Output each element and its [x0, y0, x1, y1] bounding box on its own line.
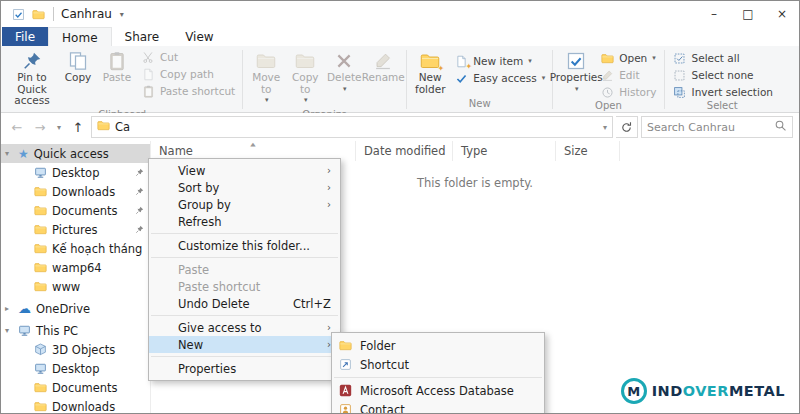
menu-item-paste-shortcut[interactable]: Paste shortcut — [149, 278, 340, 295]
menu-item-new[interactable]: New › — [149, 336, 340, 353]
menu-item-sort-by[interactable]: Sort by › — [149, 179, 340, 196]
submenu-item-contact[interactable]: Contact — [332, 400, 544, 414]
sidebar-item-label: wamp64 — [52, 261, 102, 275]
refresh-button[interactable] — [616, 116, 638, 138]
paste-button[interactable]: Paste — [98, 49, 136, 86]
column-header-size[interactable]: Size — [556, 141, 620, 161]
menu-item-properties[interactable]: Properties — [149, 360, 340, 377]
chevron-down-icon[interactable]: ▾ — [5, 149, 9, 158]
sidebar-item-this-pc[interactable]: ▾ This PC — [1, 321, 150, 340]
select-none-icon — [672, 68, 688, 82]
column-header-date-modified[interactable]: Date modified — [356, 141, 453, 161]
recent-locations-chevron-icon[interactable]: ▾ — [53, 117, 65, 137]
close-button[interactable]: × — [765, 1, 799, 27]
tab-file[interactable]: File — [2, 27, 48, 46]
submenu-item-folder[interactable]: Folder — [332, 336, 544, 355]
sidebar-item-ke-hoach-thang[interactable]: Kế hoạch tháng — [1, 239, 150, 258]
tab-share[interactable]: Share — [112, 27, 173, 46]
copy-to-button[interactable]: Copy to ▾ — [286, 49, 324, 109]
new-group-label: New — [411, 98, 548, 112]
minimize-button[interactable]: – — [697, 1, 731, 27]
search-input[interactable] — [647, 121, 770, 134]
sidebar-item-downloads[interactable]: Downloads — [1, 182, 150, 201]
cut-button[interactable]: Cut — [137, 49, 238, 65]
history-button[interactable]: History — [596, 84, 659, 100]
column-label: Size — [564, 144, 588, 158]
properties-button[interactable]: Properties ▾ — [557, 49, 595, 97]
menu-item-refresh[interactable]: Refresh — [149, 213, 340, 230]
up-button[interactable]: ↑ — [68, 117, 88, 137]
new-folder-label: New folder — [412, 72, 448, 95]
breadcrumb[interactable]: Ca — [115, 120, 130, 134]
submenu-item-microsoft-access-database[interactable]: Microsoft Access Database — [332, 381, 544, 400]
qat-new-folder-icon[interactable] — [29, 6, 47, 22]
menu-item-label: New — [178, 338, 203, 352]
edit-icon — [599, 68, 615, 82]
submenu-item-shortcut[interactable]: Shortcut — [332, 355, 544, 374]
menu-item-undo-delete[interactable]: Undo Delete Ctrl+Z — [149, 295, 340, 312]
back-button[interactable]: ← — [7, 117, 27, 137]
menu-item-group-by[interactable]: Group by › — [149, 196, 340, 213]
paste-shortcut-button[interactable]: Paste shortcut — [137, 83, 238, 99]
select-all-button[interactable]: Select all — [669, 50, 776, 66]
sidebar-item-wamp64[interactable]: wamp64 — [1, 258, 150, 277]
menu-item-view[interactable]: View › — [149, 162, 340, 179]
ribbon-divider — [406, 50, 407, 109]
ribbon-tabs: File Home Share View — [1, 27, 799, 46]
sidebar-item-label: Documents — [52, 204, 118, 218]
sort-ascending-icon[interactable]: ▲ — [250, 142, 255, 148]
open-dropdown-icon: ▾ — [652, 54, 656, 62]
rename-icon — [372, 51, 394, 71]
chevron-right-icon[interactable]: ▸ — [5, 304, 9, 313]
new-folder-button[interactable]: ✦ New folder — [411, 49, 449, 97]
open-button[interactable]: Open ▾ — [596, 50, 659, 66]
qat-customize-chevron-icon[interactable]: ▾ — [120, 10, 124, 19]
menu-item-customize-this-folder[interactable]: Customize this folder... — [149, 237, 340, 254]
delete-button[interactable]: Delete ▾ — [325, 49, 363, 97]
sidebar-item-desktop[interactable]: Desktop — [1, 163, 150, 182]
sidebar-item-3d-objects[interactable]: 3D Objects — [1, 340, 150, 359]
invert-selection-button[interactable]: Invert selection — [669, 84, 776, 100]
copy-path-icon — [140, 67, 156, 81]
address-breadcrumb-box[interactable]: Ca ▾ — [91, 116, 613, 138]
move-to-button[interactable]: Move to ▾ — [247, 49, 285, 109]
submenu-item-label: Microsoft Access Database — [360, 384, 514, 398]
sidebar-item-downloads-pc[interactable]: Downloads — [1, 397, 150, 413]
copy-path-button[interactable]: Copy path — [137, 66, 238, 82]
sidebar-item-documents-pc[interactable]: Documents — [1, 378, 150, 397]
sidebar-item-desktop-pc[interactable]: Desktop — [1, 359, 150, 378]
tab-view[interactable]: View — [172, 27, 226, 46]
submenu-arrow-icon: › — [327, 199, 331, 210]
select-none-button[interactable]: Select none — [669, 67, 776, 83]
easy-access-label: Easy access — [473, 72, 536, 84]
menu-item-paste[interactable]: Paste — [149, 261, 340, 278]
sidebar-item-www[interactable]: www — [1, 277, 150, 296]
delete-dropdown-icon: ▾ — [343, 84, 347, 96]
column-header-type[interactable]: Type — [453, 141, 556, 161]
tab-home[interactable]: Home — [48, 27, 111, 46]
maximize-button[interactable]: □ — [731, 1, 765, 27]
sidebar-item-pictures[interactable]: Pictures — [1, 220, 150, 239]
sidebar-item-label: Pictures — [52, 223, 98, 237]
new-submenu: Folder Shortcut Microsoft Access Databas… — [331, 332, 545, 414]
address-dropdown-chevron-icon[interactable]: ▾ — [603, 123, 607, 132]
easy-access-button[interactable]: Easy access ▾ — [450, 70, 548, 86]
rename-button[interactable]: Rename — [364, 49, 402, 86]
pin-to-quick-access-button[interactable]: Pin to Quick access — [6, 49, 58, 109]
cut-icon — [140, 50, 156, 64]
sidebar-item-documents[interactable]: Documents — [1, 201, 150, 220]
column-label: Date modified — [364, 144, 446, 158]
chevron-down-icon[interactable]: ▾ — [5, 326, 9, 335]
sidebar-item-onedrive[interactable]: ▸ ☁ OneDrive — [1, 299, 150, 318]
qat-properties-icon[interactable] — [9, 6, 27, 22]
sidebar-item-quick-access[interactable]: ▾ ★ Quick access — [1, 144, 150, 163]
menu-item-label: Give access to — [178, 321, 262, 335]
edit-button[interactable]: Edit — [596, 67, 659, 83]
copy-button[interactable]: Copy — [59, 49, 97, 86]
forward-button[interactable]: → — [30, 117, 50, 137]
search-icon[interactable] — [774, 119, 787, 135]
menu-separator — [151, 356, 338, 357]
menu-item-give-access-to[interactable]: Give access to › — [149, 319, 340, 336]
contact-icon — [339, 403, 352, 414]
new-item-button[interactable]: ✦ New item ▾ — [450, 53, 548, 69]
